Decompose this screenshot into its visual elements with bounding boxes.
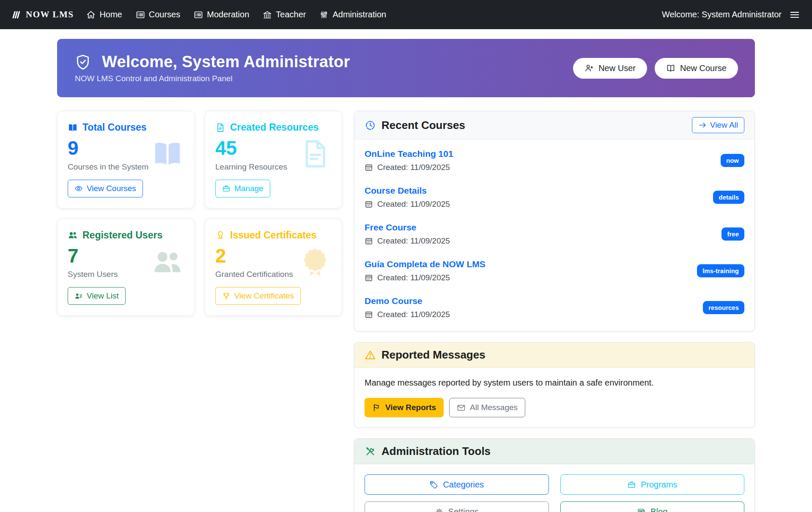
- programs-button[interactable]: Programs: [560, 474, 745, 495]
- stat-card-created-resources: Created Resources 45 Learning Resources …: [205, 111, 342, 208]
- nav-item-moderation[interactable]: Moderation: [194, 10, 249, 19]
- award-icon: [215, 230, 225, 240]
- stat-card-registered-users: Registered Users 7 System Users View Lis…: [57, 219, 195, 316]
- sliders-icon: [319, 10, 329, 19]
- course-badge: details: [713, 191, 744, 204]
- stat-title: Issued Certificates: [230, 230, 317, 241]
- book-watermark-icon: [151, 137, 184, 170]
- course-row: OnLine Teaching 101 Created: 11/09/2025 …: [354, 142, 754, 179]
- person-plus-icon: [584, 63, 594, 73]
- course-link[interactable]: OnLine Teaching 101: [365, 149, 453, 159]
- recent-courses-panel: Recent Courses View All OnLine Teaching …: [354, 111, 755, 331]
- blog-button[interactable]: Blog: [560, 501, 745, 512]
- award-watermark-icon: [299, 245, 332, 278]
- course-list: OnLine Teaching 101 Created: 11/09/2025 …: [354, 140, 754, 331]
- calendar-icon: [365, 237, 373, 245]
- people-watermark-icon: [151, 245, 184, 278]
- file-text-icon: [215, 123, 225, 133]
- stats-grid: Total Courses 9 Courses in the System Vi…: [57, 111, 342, 316]
- course-link[interactable]: Guía Completa de NOW LMS: [365, 259, 486, 269]
- warning-triangle-icon: [365, 349, 376, 361]
- page-subtitle: NOW LMS Control and Administration Panel: [74, 74, 350, 83]
- admin-tools-panel: Administration Tools Categories Programs: [354, 438, 755, 512]
- view-all-button[interactable]: View All: [692, 117, 744, 133]
- course-row: Course Details Created: 11/09/2025 detai…: [354, 179, 754, 216]
- clock-history-icon: [365, 120, 376, 131]
- stat-title: Registered Users: [82, 230, 162, 241]
- course-row: Guía Completa de NOW LMS Created: 11/09/…: [354, 252, 754, 289]
- hamburger-icon[interactable]: [789, 9, 800, 20]
- course-link[interactable]: Course Details: [365, 186, 450, 196]
- page-title: Welcome, System Administrator: [102, 53, 350, 71]
- brand-text: NOW LMS: [26, 9, 74, 20]
- tag-icon: [429, 480, 438, 489]
- stat-card-total-courses: Total Courses 9 Courses in the System Vi…: [57, 111, 195, 208]
- briefcase-icon: [627, 480, 636, 489]
- calendar-icon: [365, 163, 373, 172]
- course-link[interactable]: Free Course: [365, 222, 450, 233]
- top-navbar: NOW LMS Home Courses Moderation Teacher …: [0, 0, 812, 29]
- tools-icon: [365, 446, 376, 457]
- arrow-right-icon: [698, 121, 707, 129]
- course-row: Demo Course Created: 11/09/2025 resource…: [354, 289, 754, 326]
- nav-item-label: Teacher: [276, 10, 306, 19]
- view-courses-button[interactable]: View Courses: [68, 180, 143, 197]
- categories-button[interactable]: Categories: [365, 474, 549, 495]
- new-course-button[interactable]: New Course: [655, 58, 738, 79]
- welcome-text: Welcome: System Administrator: [662, 10, 782, 19]
- view-reports-button[interactable]: View Reports: [365, 398, 444, 417]
- nav-item-administration[interactable]: Administration: [319, 10, 386, 19]
- course-created-date: Created: 11/09/2025: [377, 273, 450, 282]
- course-badge: free: [721, 227, 744, 241]
- bank-icon: [263, 10, 272, 19]
- settings-button[interactable]: Settings: [365, 501, 549, 512]
- nav-item-teacher[interactable]: Teacher: [263, 10, 306, 19]
- course-created-date: Created: 11/09/2025: [377, 310, 450, 319]
- nav-item-label: Home: [99, 10, 122, 19]
- course-badge: resources: [703, 301, 744, 314]
- calendar-icon: [365, 200, 373, 208]
- brand[interactable]: NOW LMS: [12, 9, 74, 20]
- reported-messages-description: Manage messages reported by system users…: [365, 378, 744, 388]
- house-icon: [86, 10, 96, 19]
- course-created-date: Created: 11/09/2025: [377, 236, 450, 246]
- book-icon: [68, 123, 78, 133]
- nav-item-courses[interactable]: Courses: [136, 10, 180, 19]
- nav-item-home[interactable]: Home: [86, 10, 122, 19]
- course-badge: lms-training: [697, 264, 744, 277]
- stat-title: Total Courses: [82, 122, 147, 133]
- view-certificates-button[interactable]: View Certificates: [215, 287, 301, 305]
- course-created-date: Created: 11/09/2025: [377, 200, 450, 209]
- new-user-button[interactable]: New User: [573, 58, 647, 79]
- flag-icon: [372, 403, 381, 412]
- panel-title: Administration Tools: [381, 445, 491, 458]
- nav-item-label: Administration: [332, 10, 386, 19]
- brand-bolt-icon: [12, 10, 22, 20]
- course-created-date: Created: 11/09/2025: [377, 163, 450, 172]
- eye-icon: [74, 184, 83, 193]
- briefcase-icon: [222, 184, 230, 193]
- main-nav: Home Courses Moderation Teacher Administ…: [86, 10, 386, 19]
- reported-messages-panel: Reported Messages Manage messages report…: [354, 342, 755, 428]
- nav-item-label: Courses: [149, 10, 180, 19]
- panel-title: Reported Messages: [381, 348, 486, 361]
- trophy-icon: [222, 292, 230, 300]
- person-lines-icon: [74, 292, 83, 300]
- course-row: Free Course Created: 11/09/2025 free: [354, 216, 754, 252]
- file-watermark-icon: [299, 137, 332, 170]
- welcome-banner: Welcome, System Administrator NOW LMS Co…: [57, 39, 755, 97]
- stat-title: Created Resources: [230, 122, 319, 133]
- course-badge: now: [721, 154, 744, 167]
- people-icon: [68, 230, 78, 240]
- course-link[interactable]: Demo Course: [365, 296, 450, 306]
- panel-title: Recent Courses: [381, 119, 465, 132]
- envelope-icon: [457, 403, 466, 412]
- all-messages-button[interactable]: All Messages: [449, 398, 525, 417]
- gear-icon: [435, 507, 444, 512]
- view-list-button[interactable]: View List: [68, 287, 126, 305]
- newspaper-icon: [637, 507, 646, 512]
- book-open-icon: [666, 63, 675, 73]
- nav-item-label: Moderation: [207, 10, 249, 19]
- manage-resources-button[interactable]: Manage: [215, 180, 270, 197]
- stat-card-issued-certificates: Issued Certificates 2 Granted Certificat…: [205, 219, 342, 316]
